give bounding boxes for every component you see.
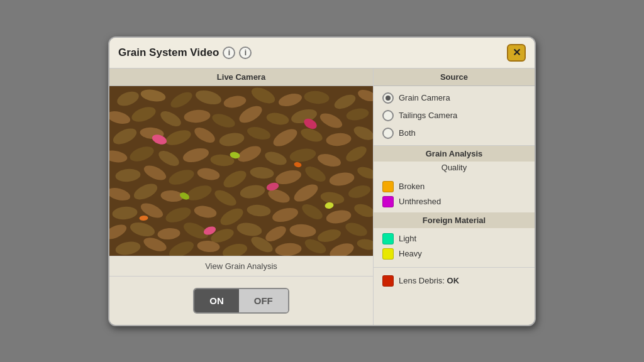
toggle-area: ON OFF [109, 277, 373, 325]
source-options: Grain Camera Tailings Camera Both [374, 86, 535, 146]
lens-debris-swatch [382, 275, 394, 287]
radio-tailings-camera-circle[interactable] [382, 110, 394, 121]
radio-both-label: Both [399, 128, 416, 138]
divider [374, 267, 535, 268]
unthreshed-swatch [382, 196, 394, 207]
legend-unthreshed: Unthreshed [382, 196, 526, 207]
radio-grain-camera-circle[interactable] [382, 92, 394, 104]
dialog-title: Grain System Video [118, 47, 219, 59]
foreign-material-legend: Light Heavy [374, 228, 535, 265]
toggle-off-button[interactable]: OFF [239, 289, 288, 312]
radio-both[interactable]: Both [382, 128, 526, 139]
heavy-swatch [382, 248, 394, 260]
lens-debris-label: Lens Debris: OK [399, 276, 459, 285]
title-bar-left: Grain System Video i i [118, 47, 252, 59]
right-panel: Source Grain Camera Tailings Camera Both… [374, 69, 535, 325]
grain-analysis-subheader: Quality [374, 162, 535, 176]
live-camera-header: Live Camera [109, 69, 373, 86]
toggle-on-button[interactable]: ON [194, 289, 239, 312]
grain-image [109, 86, 373, 256]
on-off-toggle[interactable]: ON OFF [193, 288, 289, 314]
foreign-material-header: Foreign Material [374, 212, 535, 228]
radio-both-circle[interactable] [382, 128, 394, 139]
lens-debris-status: OK [447, 276, 460, 285]
legend-heavy: Heavy [382, 248, 526, 260]
camera-view [109, 86, 373, 256]
close-button[interactable]: ✕ [507, 44, 526, 62]
grain-analysis-legend: Broken Unthreshed [374, 176, 535, 212]
heavy-label: Heavy [399, 249, 422, 258]
broken-label: Broken [399, 182, 425, 191]
light-swatch [382, 233, 394, 244]
radio-tailings-camera[interactable]: Tailings Camera [382, 110, 526, 121]
view-grain-analysis-label: View Grain Analysis [109, 256, 373, 277]
lens-debris-row: Lens Debris: OK [374, 270, 535, 293]
light-label: Light [399, 234, 416, 243]
content-area: Live Camera [109, 69, 535, 325]
left-panel: Live Camera [109, 69, 374, 325]
legend-light: Light [382, 233, 526, 244]
source-header: Source [374, 69, 535, 86]
legend-broken: Broken [382, 181, 526, 192]
info-icon-2[interactable]: i [239, 47, 252, 59]
info-icon-1[interactable]: i [223, 47, 235, 59]
title-bar: Grain System Video i i ✕ [109, 38, 535, 69]
grain-analysis-header: Grain Analysis [374, 146, 535, 162]
radio-tailings-camera-label: Tailings Camera [399, 111, 457, 120]
broken-swatch [382, 181, 394, 192]
unthreshed-label: Unthreshed [399, 197, 441, 206]
radio-grain-camera-label: Grain Camera [399, 93, 450, 102]
radio-grain-camera[interactable]: Grain Camera [382, 92, 526, 104]
grain-system-dialog: Grain System Video i i ✕ Live Camera [108, 36, 536, 326]
